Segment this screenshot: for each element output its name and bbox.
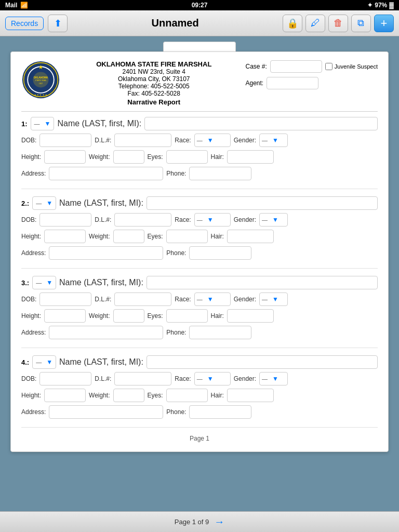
bottom-bar: Page 1 of 9 → (0, 511, 399, 532)
person-2-eyes-input[interactable] (166, 230, 208, 243)
person-2-type-val: — (36, 200, 44, 206)
org-info: OKLAHOMA STATE FIRE MARSHAL 2401 NW 23rd… (68, 60, 240, 106)
person-4-height-label: Height: (21, 392, 41, 399)
person-3-dob-label: DOB: (21, 296, 36, 303)
person-3-hair-input[interactable] (227, 309, 274, 323)
person-3-height-label: Height: (21, 312, 41, 320)
add-button[interactable]: + (374, 15, 394, 32)
person-2-phone-input[interactable] (189, 246, 251, 260)
person-1-hair-input[interactable] (227, 150, 274, 164)
person-2-race-select[interactable]: — ▼ (194, 213, 231, 227)
person-4-type-val: — (36, 359, 44, 365)
person-4-hair-input[interactable] (227, 389, 274, 402)
person-2-address-input[interactable] (49, 246, 163, 260)
person-1-weight-input[interactable] (113, 150, 144, 164)
svg-text:★ ★ ★ ★ ★: ★ ★ ★ ★ ★ (34, 94, 47, 96)
status-time: 09:27 (192, 2, 208, 9)
person-1-race-select[interactable]: — ▼ (194, 134, 231, 147)
person-4-gender-select[interactable]: — ▼ (259, 372, 288, 385)
person-3-addr-row: Address: Phone: (21, 326, 378, 339)
person-3-eyes-input[interactable] (166, 309, 208, 323)
person-1-dob-label: DOB: (21, 137, 36, 144)
person-1-eyes-input[interactable] (166, 150, 208, 164)
page-info: Page 1 of 9 (175, 518, 209, 526)
person-1-address-input[interactable] (49, 167, 163, 180)
person-1-name-input[interactable] (144, 117, 378, 130)
person-4-height-input[interactable] (44, 389, 86, 402)
person-4-race-select[interactable]: — ▼ (194, 372, 231, 385)
person-1-dl-input[interactable] (114, 134, 171, 147)
lock-button[interactable]: 🔒 (283, 15, 302, 32)
trash-button[interactable]: 🗑 (328, 15, 348, 32)
share-button[interactable]: ⬆ (48, 15, 68, 32)
agent-row: Agent: (245, 77, 318, 89)
person-1-gender-select[interactable]: — ▼ (259, 134, 288, 147)
person-4-name-input[interactable] (147, 355, 378, 369)
person-1-height-input[interactable] (44, 150, 86, 164)
pen-icon: 🖊 (311, 18, 320, 29)
person-4-phone-input[interactable] (189, 405, 251, 419)
person-section-3: 3.: — ▼ Name (LAST, first, MI): DOB: D.L… (21, 276, 378, 348)
next-page-button[interactable]: → (214, 516, 224, 528)
person-1-dob-input[interactable] (39, 134, 91, 147)
person-2-weight-input[interactable] (113, 230, 144, 243)
person-3-name-input[interactable] (147, 276, 378, 289)
person-1-dl-label: D.L.#: (95, 137, 111, 144)
person-4-gender-val: — (262, 376, 270, 382)
person-4-phone-label: Phone: (166, 408, 186, 416)
person-3-race-select[interactable]: — ▼ (194, 292, 231, 306)
person-2-gender-select[interactable]: — ▼ (259, 213, 288, 227)
pen-button[interactable]: 🖊 (305, 15, 325, 32)
person-3-dl-input[interactable] (114, 292, 171, 306)
person-3-row1: 3.: — ▼ Name (LAST, first, MI): (21, 276, 378, 289)
person-1-name-label: Name (LAST, first, MI): (57, 119, 141, 128)
person-4-weight-input[interactable] (113, 389, 144, 402)
agent-label: Agent: (245, 79, 263, 87)
person-2-height-input[interactable] (44, 230, 86, 243)
person-3-dl-label: D.L.#: (95, 296, 111, 303)
person-4-eyes-input[interactable] (166, 389, 208, 402)
case-number-input[interactable] (270, 60, 322, 73)
person-4-race-arrow: ▼ (207, 375, 214, 382)
report-title: Narrative Report (68, 98, 240, 106)
person-2-dl-input[interactable] (114, 213, 171, 227)
org-fax: Fax: 405-522-5028 (68, 90, 240, 97)
person-3-weight-input[interactable] (113, 309, 144, 323)
person-1-type-select[interactable]: — ▼ (31, 117, 55, 130)
person-3-phone-input[interactable] (189, 326, 251, 339)
person-4-dl-label: D.L.#: (95, 375, 111, 382)
person-2-hair-input[interactable] (227, 230, 274, 243)
records-button[interactable]: Records (5, 17, 44, 30)
person-3-dob-input[interactable] (39, 292, 91, 306)
person-2-dob-row: DOB: D.L.#: Race: — ▼ Gender: — ▼ (21, 213, 378, 227)
person-2-type-select[interactable]: — ▼ (32, 196, 56, 210)
person-1-dob-row: DOB: D.L.#: Race: — ▼ Gender: — ▼ (21, 134, 378, 147)
person-4-phys-row: Height: Weight: Eyes: Hair: (21, 389, 378, 402)
person-2-gender-label: Gender: (234, 216, 256, 223)
person-3-type-select[interactable]: — ▼ (32, 276, 56, 289)
person-3-gender-select[interactable]: — ▼ (259, 292, 288, 306)
share-icon: ⬆ (54, 18, 62, 29)
person-4-num: 4.: (21, 358, 29, 366)
juvenile-check: Juvenile Suspect (325, 63, 378, 70)
person-3-address-input[interactable] (49, 326, 163, 339)
agent-input[interactable] (267, 77, 318, 89)
person-3-height-input[interactable] (44, 309, 86, 323)
person-2-dob-input[interactable] (39, 213, 91, 227)
person-2-weight-label: Weight: (89, 233, 110, 240)
person-2-num: 2.: (21, 200, 29, 207)
copy-button[interactable]: ⧉ (351, 15, 371, 32)
person-4-address-input[interactable] (49, 405, 163, 419)
person-1-phone-input[interactable] (189, 167, 251, 180)
person-3-gender-val: — (262, 296, 270, 302)
person-4-type-select[interactable]: — ▼ (32, 355, 56, 369)
person-2-dl-label: D.L.#: (95, 216, 111, 223)
person-4-row1: 4.: — ▼ Name (LAST, first, MI): (21, 355, 378, 369)
person-2-name-input[interactable] (147, 196, 378, 210)
person-4-dob-input[interactable] (39, 372, 91, 385)
page-label: Page 1 (21, 435, 378, 442)
juvenile-checkbox[interactable] (325, 63, 332, 70)
person-4-dl-input[interactable] (114, 372, 171, 385)
person-1-gender-label: Gender: (234, 137, 256, 144)
person-2-addr-row: Address: Phone: (21, 246, 378, 260)
